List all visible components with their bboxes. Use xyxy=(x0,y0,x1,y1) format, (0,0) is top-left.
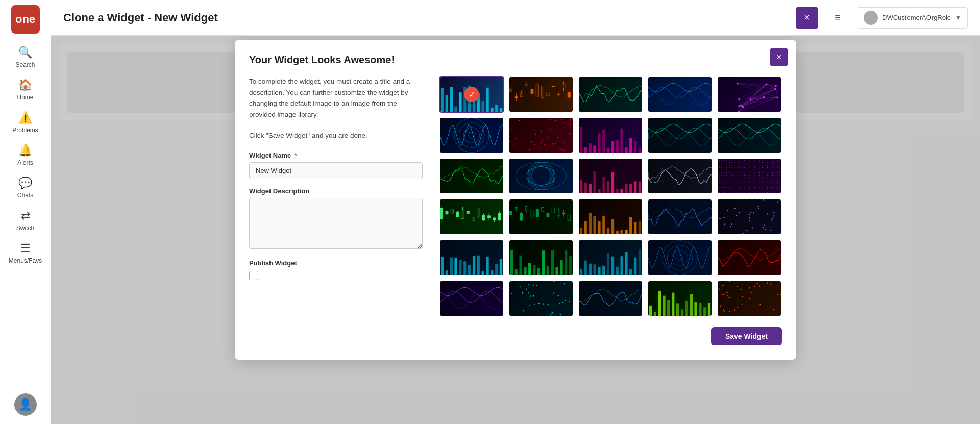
sidebar-item-alerts[interactable]: 🔔 Alerts xyxy=(0,139,51,171)
image-thumb[interactable] xyxy=(508,198,574,235)
image-thumb[interactable] xyxy=(508,280,574,317)
image-thumb[interactable] xyxy=(439,280,504,317)
switch-icon: ⇄ xyxy=(21,209,30,222)
user-avatar[interactable]: 👤 xyxy=(14,393,37,416)
app-logo[interactable]: one xyxy=(11,5,40,34)
selected-check-icon: ✓ xyxy=(464,87,479,102)
sidebar-item-label: Menus/Favs xyxy=(9,257,42,264)
sidebar-item-label: Alerts xyxy=(17,159,33,166)
image-thumb[interactable] xyxy=(647,117,713,154)
topbar-avatar xyxy=(864,11,878,25)
image-thumb[interactable]: ✓ xyxy=(439,76,504,113)
image-thumb[interactable] xyxy=(439,117,504,154)
bell-icon: 🔔 xyxy=(18,144,32,157)
image-thumb[interactable] xyxy=(717,76,782,113)
image-gallery: ✓ xyxy=(439,76,782,317)
image-thumb[interactable] xyxy=(578,198,643,235)
sidebar: one 🔍 Search 🏠 Home ⚠️ Problems 🔔 Alerts… xyxy=(0,0,51,424)
image-thumb[interactable] xyxy=(647,76,713,113)
topbar-menu-button[interactable]: ≡ xyxy=(826,7,849,29)
warning-icon: ⚠️ xyxy=(18,111,32,124)
widget-description-textarea[interactable] xyxy=(249,198,423,249)
topbar-close-button[interactable]: × xyxy=(796,7,818,29)
sidebar-item-label: Chats xyxy=(17,192,33,199)
image-thumb[interactable] xyxy=(578,239,643,276)
widget-name-label: Widget Name * xyxy=(249,152,423,159)
modal-footer: Save Widget xyxy=(249,327,782,345)
topbar: Clone a Widget - New Widget × ≡ DWCustom… xyxy=(51,0,980,36)
image-thumb[interactable] xyxy=(717,117,782,154)
image-thumb[interactable] xyxy=(508,117,574,154)
clone-widget-modal: × Your Widget Looks Awesome! To complete… xyxy=(235,40,796,360)
chat-icon: 💬 xyxy=(18,177,32,190)
image-thumb[interactable] xyxy=(508,239,574,276)
widget-name-input[interactable] xyxy=(249,162,423,179)
image-thumb[interactable] xyxy=(647,158,713,194)
modal-close-button[interactable]: × xyxy=(770,48,788,66)
modal-title: Your Widget Looks Awesome! xyxy=(249,54,782,66)
dropdown-arrow-icon: ▼ xyxy=(955,14,961,21)
sidebar-item-menus[interactable]: ☰ Menus/Favs xyxy=(0,237,51,269)
image-thumb[interactable] xyxy=(578,117,643,154)
image-thumb[interactable] xyxy=(717,198,782,235)
image-thumb[interactable] xyxy=(717,158,782,194)
user-dropdown[interactable]: DWCustomerAOrgRole ▼ xyxy=(857,7,968,29)
modal-overlay: × Your Widget Looks Awesome! To complete… xyxy=(51,36,980,424)
modal-description: To complete the widget, you must create … xyxy=(249,76,423,120)
image-thumb[interactable] xyxy=(647,239,713,276)
image-thumb[interactable] xyxy=(439,198,504,235)
sidebar-item-problems[interactable]: ⚠️ Problems xyxy=(0,106,51,139)
home-icon: 🏠 xyxy=(18,79,32,92)
publish-widget-label: Publish Widget xyxy=(249,259,423,267)
sidebar-item-home[interactable]: 🏠 Home xyxy=(0,73,51,106)
modal-instruction: Click "Save Widget" and you are done. xyxy=(249,130,423,141)
page-title: Clone a Widget - New Widget xyxy=(63,11,788,24)
user-name: DWCustomerAOrgRole xyxy=(882,14,951,21)
sidebar-item-label: Switch xyxy=(16,225,34,232)
image-thumb[interactable] xyxy=(647,198,713,235)
required-indicator: * xyxy=(295,152,297,159)
image-thumb[interactable] xyxy=(647,280,713,317)
image-thumb[interactable] xyxy=(508,158,574,194)
sidebar-item-switch[interactable]: ⇄ Switch xyxy=(0,204,51,237)
menu-icon: ☰ xyxy=(20,242,31,255)
search-icon: 🔍 xyxy=(18,46,32,59)
sidebar-item-search[interactable]: 🔍 Search xyxy=(0,41,51,73)
main-area: Clone a Widget - New Widget × ≡ DWCustom… xyxy=(51,0,980,424)
publish-checkbox[interactable] xyxy=(249,271,258,280)
widget-description-label: Widget Description xyxy=(249,187,423,195)
modal-form-panel: To complete the widget, you must create … xyxy=(249,76,423,317)
sidebar-item-label: Search xyxy=(15,61,35,68)
image-thumb[interactable] xyxy=(508,76,574,113)
image-thumb[interactable] xyxy=(439,239,504,276)
modal-body: To complete the widget, you must create … xyxy=(249,76,782,317)
sidebar-item-label: Home xyxy=(17,94,33,101)
sidebar-item-label: Problems xyxy=(12,127,38,134)
image-thumb[interactable] xyxy=(439,158,504,194)
image-thumb[interactable] xyxy=(717,239,782,276)
image-thumb[interactable] xyxy=(578,158,643,194)
image-thumb[interactable] xyxy=(578,76,643,113)
image-thumb[interactable] xyxy=(717,280,782,317)
image-thumb[interactable] xyxy=(578,280,643,317)
hamburger-icon: ≡ xyxy=(835,12,841,23)
image-grid: ✓ xyxy=(439,76,782,317)
sidebar-item-chats[interactable]: 💬 Chats xyxy=(0,171,51,204)
content-area: × Your Widget Looks Awesome! To complete… xyxy=(51,36,980,424)
save-widget-button[interactable]: Save Widget xyxy=(711,327,782,345)
